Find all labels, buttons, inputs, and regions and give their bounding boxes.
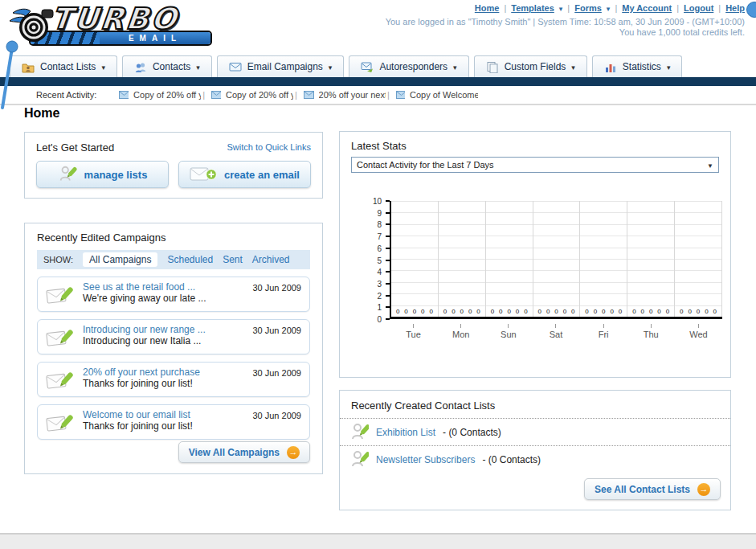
recent-activity-item[interactable]: Copy of 20% off yc	[119, 90, 201, 100]
recent-activity-label: Recent Activity:	[36, 90, 96, 100]
value-labels: 00000	[675, 308, 721, 315]
main-tabbar: Contact Lists Contacts Email Campaigns	[0, 55, 756, 77]
envelope-pencil-icon	[45, 369, 74, 391]
tab-contacts[interactable]: Contacts	[122, 55, 212, 77]
caret-down-icon	[571, 61, 575, 72]
nav-home-link[interactable]: Home	[475, 3, 500, 13]
see-all-contact-lists-button[interactable]: See All Contact Lists	[584, 478, 721, 500]
chart-day-group: 00000	[627, 201, 675, 317]
envelope-pencil-icon	[45, 412, 74, 434]
nav-logout-link[interactable]: Logout	[684, 3, 713, 13]
y-tick-label: 10	[373, 197, 382, 206]
nav-separator: |	[718, 3, 721, 13]
value-labels: 00000	[580, 308, 627, 315]
tab-statistics[interactable]: Statistics	[592, 55, 683, 77]
value-labels: 00000	[533, 308, 580, 315]
button-label: View All Campaigns	[189, 447, 280, 458]
caret-down-icon	[453, 61, 457, 72]
footer-strip	[0, 533, 756, 549]
contact-list-row[interactable]: Newsletter Subscribers - (0 Contacts)	[340, 445, 730, 473]
person-pencil-icon	[58, 165, 77, 184]
tab-custom-fields[interactable]: Custom Fields	[474, 55, 587, 77]
nav-templates-link[interactable]: Templates	[511, 3, 554, 13]
nav-separator: |	[504, 3, 506, 13]
button-label: See All Contact Lists	[595, 484, 690, 495]
y-tick-label: 2	[377, 291, 382, 300]
tab-label: Custom Fields	[505, 61, 566, 72]
navy-divider-bar	[0, 77, 756, 86]
campaign-filter-bar: SHOW: All Campaigns Scheduled Sent Archi…	[37, 250, 310, 269]
campaign-subtitle: Introducing our new Italia ...	[83, 335, 309, 346]
contact-list-link[interactable]: Newsletter Subscribers	[376, 454, 475, 465]
switch-quick-links[interactable]: Switch to Quick Links	[227, 142, 311, 152]
campaign-date: 30 Jun 2009	[252, 326, 301, 335]
recent-activity-bar: Recent Activity: Copy of 20% off yc | Co…	[0, 86, 756, 105]
envelope-arrow-icon	[361, 61, 374, 72]
campaign-row[interactable]: 20% off your next purchase Thanks for jo…	[37, 362, 310, 397]
activity-separator: |	[295, 90, 297, 100]
recent-activity-item[interactable]: Copy of 20% off yc	[211, 90, 293, 100]
x-tick-label: Fri	[580, 324, 627, 339]
filter-all-campaigns[interactable]: All Campaigns	[83, 252, 157, 267]
caret-down-icon	[667, 61, 671, 72]
campaign-date: 30 Jun 2009	[252, 411, 301, 420]
select-value: Contact Activity for the Last 7 Days	[357, 160, 494, 170]
filter-sent[interactable]: Sent	[223, 254, 243, 265]
contact-list-row[interactable]: Exhibition List - (0 Contacts)	[340, 418, 730, 445]
nav-forms-link[interactable]: Forms	[574, 3, 602, 13]
x-tick-label: Tue	[390, 324, 437, 339]
campaign-row[interactable]: Introducing our new range ... Introducin…	[37, 319, 310, 354]
campaign-row[interactable]: Welcome to our email list Thanks for joi…	[37, 404, 310, 440]
contact-list-detail: - (0 Contacts)	[482, 454, 541, 465]
envelope-icon	[119, 91, 129, 99]
manage-lists-button[interactable]: manage lists	[36, 161, 169, 188]
tab-label: Autoresponders	[379, 61, 447, 72]
arrow-right-icon	[287, 446, 300, 459]
session-info: You are logged in as "Timothy Smith" | S…	[386, 17, 745, 27]
envelope-icon	[211, 91, 221, 99]
campaign-row[interactable]: See us at the retail food ... We're givi…	[37, 277, 310, 312]
tab-autoresponders[interactable]: Autoresponders	[349, 55, 468, 77]
nav-help-link[interactable]: Help	[725, 3, 745, 13]
recent-activity-item[interactable]: 20% off your next	[304, 90, 386, 100]
caret-down-icon	[329, 61, 333, 72]
chart-day-group: 00000	[439, 201, 486, 317]
view-all-campaigns-button[interactable]: View All Campaigns	[178, 441, 310, 463]
chart-x-axis: TueMonSunSatFriThuWed	[390, 324, 722, 339]
turbo-email-logo: TURBO EMAIL	[6, 3, 225, 50]
x-tick-label: Wed	[675, 324, 722, 339]
y-tick-label: 6	[377, 244, 382, 252]
filter-archived[interactable]: Archived	[252, 254, 290, 265]
campaign-list: See us at the retail food ... We're givi…	[37, 277, 310, 440]
logo-word-turbo: TURBO	[50, 2, 181, 36]
create-email-button[interactable]: create an email	[178, 161, 311, 188]
tab-label: Contacts	[153, 61, 190, 72]
nav-my-account-link[interactable]: My Account	[622, 3, 672, 13]
top-nav: Home | Templates | Forms | My Account | …	[475, 3, 745, 13]
stats-report-select[interactable]: Contact Activity for the Last 7 Days	[351, 157, 719, 173]
button-label: manage lists	[84, 169, 148, 181]
tab-email-campaigns[interactable]: Email Campaigns	[217, 55, 345, 77]
chart-day-group: 00000	[486, 201, 533, 317]
caret-down-icon	[101, 61, 105, 72]
y-tick-label: 9	[377, 208, 382, 217]
caret-down-icon	[607, 3, 611, 13]
chart-y-axis: 012345678910	[340, 201, 390, 319]
contact-lists-panel: Recently Created Contact Lists Exhibitio…	[339, 390, 731, 510]
y-tick-label: 5	[377, 256, 382, 264]
y-tick-label: 1	[377, 303, 382, 312]
contact-list-link[interactable]: Exhibition List	[376, 427, 435, 438]
value-labels: 00000	[486, 308, 533, 315]
envelope-plus-icon	[190, 166, 217, 183]
chart-plot: 00000000000000000000000000000000000	[390, 201, 722, 319]
tab-contact-lists[interactable]: Contact Lists	[10, 55, 117, 77]
person-pencil-icon	[351, 422, 369, 443]
annotation-bubble-icon	[746, 2, 756, 18]
tab-label: Email Campaigns	[247, 61, 323, 72]
annotation-pin-icon	[0, 39, 24, 113]
y-tick-label: 7	[377, 232, 382, 241]
recent-activity-item[interactable]: Copy of Welcome tc	[396, 90, 478, 100]
header: TURBO EMAIL Home | Templates | Forms | M…	[0, 0, 756, 53]
filter-scheduled[interactable]: Scheduled	[167, 254, 213, 265]
value-labels: 00000	[391, 308, 438, 315]
